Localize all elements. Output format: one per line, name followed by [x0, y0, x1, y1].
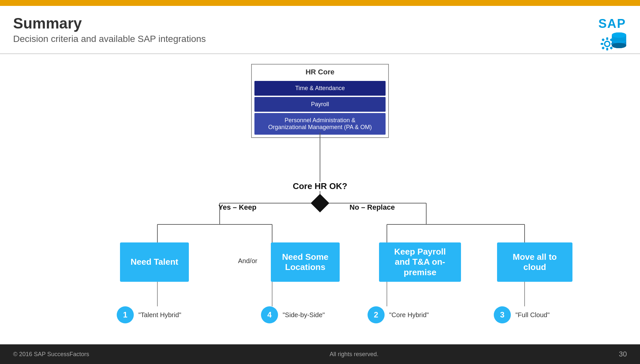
header: Summary Decision criteria and available …	[0, 6, 640, 53]
need-talent-box: Need Talent	[120, 242, 189, 282]
footer-page-number: 30	[619, 350, 627, 358]
svg-rect-3	[606, 48, 608, 50]
keep-payroll-box: Keep Payrolland T&A on-premise	[379, 242, 461, 282]
circle-4: 4	[261, 306, 278, 323]
sidebyside-label: "Side-by-Side"	[283, 311, 325, 319]
talent-hybrid-label: "Talent Hybrid"	[138, 311, 181, 319]
need-locations-box: Need SomeLocations	[271, 242, 340, 282]
sap-logo: SAP	[597, 15, 627, 54]
svg-rect-2	[606, 37, 608, 40]
sap-brand-text: SAP	[598, 17, 626, 31]
sidebyside-item: 4 "Side-by-Side"	[261, 306, 325, 323]
svg-point-13	[612, 32, 626, 38]
core-hr-question: Core HR OK?	[293, 181, 347, 191]
svg-rect-6	[602, 38, 605, 42]
full-cloud-label: "Full Cloud"	[515, 311, 550, 319]
full-cloud-item: 3 "Full Cloud"	[494, 306, 550, 323]
circle-2: 2	[368, 306, 385, 323]
no-replace-label: No – Replace	[350, 203, 395, 212]
circle-3: 3	[494, 306, 511, 323]
svg-point-1	[605, 42, 609, 46]
core-hybrid-item: 2 "Core Hybrid"	[368, 306, 429, 323]
personnel-admin-box: Personnel Administration &Organizational…	[254, 113, 386, 135]
page-subtitle: Decision criteria and available SAP inte…	[13, 34, 206, 44]
time-attendance-box: Time & Attendance	[254, 81, 386, 96]
header-divider	[0, 53, 640, 54]
circle-1: 1	[117, 306, 134, 323]
svg-rect-9	[610, 47, 613, 50]
payroll-box: Payroll	[254, 97, 386, 112]
hr-core-box: HR Core Time & Attendance Payroll Person…	[251, 64, 389, 138]
decision-diamond	[311, 194, 330, 213]
diagram: HR Core Time & Attendance Payroll Person…	[0, 57, 640, 344]
footer: © 2016 SAP SuccessFactors All rights res…	[0, 344, 640, 364]
yes-keep-label: Yes – Keep	[218, 203, 256, 212]
svg-rect-8	[602, 47, 605, 50]
andor-label: And/or	[238, 257, 257, 265]
svg-rect-4	[601, 43, 603, 45]
header-text: Summary Decision criteria and available …	[13, 15, 206, 44]
talent-hybrid-item: 1 "Talent Hybrid"	[117, 306, 181, 323]
page-title: Summary	[13, 15, 206, 32]
sap-logo-icon	[597, 31, 627, 54]
svg-point-17	[612, 38, 626, 44]
move-cloud-box: Move all tocloud	[497, 242, 572, 282]
footer-rights: All rights reserved.	[330, 351, 378, 358]
svg-point-18	[612, 43, 626, 48]
hr-core-title: HR Core	[252, 65, 388, 80]
core-hybrid-label: "Core Hybrid"	[389, 311, 429, 319]
footer-copyright: © 2016 SAP SuccessFactors	[13, 351, 89, 358]
top-bar	[0, 0, 640, 6]
